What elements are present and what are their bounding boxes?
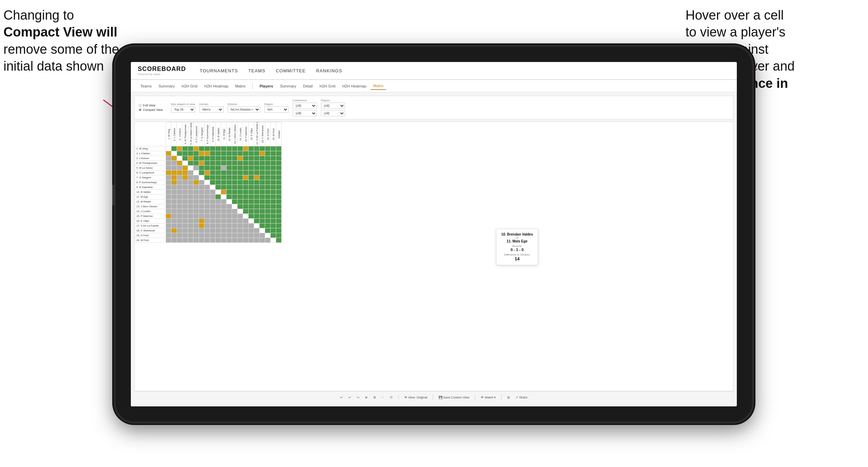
matrix-cell[interactable] xyxy=(260,146,265,151)
matrix-cell[interactable] xyxy=(166,156,171,161)
matrix-cell[interactable] xyxy=(243,151,249,156)
matrix-cell[interactable] xyxy=(271,238,276,243)
matrix-cell[interactable] xyxy=(216,156,221,161)
matrix-cell[interactable] xyxy=(188,199,194,204)
toolbar-grid[interactable]: ⊞ xyxy=(507,396,510,399)
matrix-cell[interactable] xyxy=(194,166,199,170)
matrix-cell[interactable] xyxy=(249,166,254,170)
matrix-cell[interactable] xyxy=(171,170,177,175)
toolbar-settings[interactable]: ⚙ xyxy=(373,396,376,399)
matrix-cell[interactable] xyxy=(188,175,194,180)
matrix-cell[interactable] xyxy=(276,228,282,233)
matrix-cell[interactable] xyxy=(216,228,221,233)
tab-summary-2[interactable]: Summary xyxy=(277,83,299,90)
matrix-cell[interactable] xyxy=(260,199,265,204)
matrix-cell[interactable] xyxy=(249,204,254,209)
matrix-cell[interactable] xyxy=(188,238,194,243)
matrix-cell[interactable] xyxy=(205,170,210,175)
matrix-cell[interactable] xyxy=(271,204,276,209)
matrix-cell[interactable] xyxy=(254,195,260,199)
matrix-cell[interactable] xyxy=(182,185,188,190)
matrix-cell[interactable] xyxy=(199,156,205,161)
matrix-cell[interactable] xyxy=(265,228,271,233)
matrix-cell[interactable] xyxy=(177,195,182,199)
matrix-cell[interactable] xyxy=(249,156,254,161)
matrix-cell[interactable] xyxy=(194,180,199,185)
matrix-cell[interactable] xyxy=(194,238,199,243)
matrix-cell[interactable] xyxy=(216,146,221,151)
matrix-cell[interactable] xyxy=(221,146,227,151)
matrix-cell[interactable] xyxy=(238,195,243,199)
matrix-cell[interactable] xyxy=(221,238,227,243)
matrix-cell[interactable] xyxy=(171,156,177,161)
matrix-cell[interactable] xyxy=(227,214,232,219)
matrix-cell[interactable] xyxy=(194,224,199,228)
matrix-cell[interactable] xyxy=(171,190,177,195)
matrix-cell[interactable] xyxy=(254,151,260,156)
matrix-cell[interactable] xyxy=(221,204,227,209)
matrix-cell[interactable] xyxy=(243,156,249,161)
tab-h2h-heatmap-1[interactable]: H2H Heatmap xyxy=(201,83,231,90)
matrix-cell[interactable] xyxy=(171,214,177,219)
matrix-cell[interactable] xyxy=(254,185,260,190)
matrix-cell[interactable] xyxy=(177,146,182,151)
matrix-cell[interactable] xyxy=(210,185,216,190)
matrix-cell[interactable] xyxy=(243,233,249,238)
matrix-cell[interactable] xyxy=(227,161,232,166)
matrix-cell[interactable] xyxy=(232,195,238,199)
matrix-cell[interactable] xyxy=(177,166,182,170)
matrix-cell[interactable] xyxy=(249,170,254,175)
matrix-cell[interactable] xyxy=(194,219,199,224)
matrix-cell[interactable] xyxy=(227,151,232,156)
matrix-cell[interactable] xyxy=(166,224,171,228)
matrix-cell[interactable] xyxy=(232,224,238,228)
matrix-cell[interactable] xyxy=(171,195,177,199)
matrix-cell[interactable] xyxy=(232,219,238,224)
matrix-cell[interactable] xyxy=(232,175,238,180)
matrix-cell[interactable] xyxy=(227,228,232,233)
matrix-cell[interactable] xyxy=(216,238,221,243)
matrix-cell[interactable] xyxy=(243,224,249,228)
matrix-cell[interactable] xyxy=(166,170,171,175)
matrix-cell[interactable] xyxy=(276,204,282,209)
matrix-cell[interactable] xyxy=(276,190,282,195)
matrix-cell[interactable] xyxy=(232,209,238,214)
matrix-cell[interactable] xyxy=(260,175,265,180)
matrix-cell[interactable] xyxy=(254,219,260,224)
matrix-cell[interactable] xyxy=(205,151,210,156)
matrix-cell[interactable] xyxy=(210,190,216,195)
matrix-cell[interactable] xyxy=(260,190,265,195)
matrix-cell[interactable] xyxy=(276,195,282,199)
tablet-power-button[interactable] xyxy=(112,185,115,205)
matrix-cell[interactable] xyxy=(216,214,221,219)
matrix-cell[interactable] xyxy=(188,170,194,175)
matrix-cell[interactable] xyxy=(227,204,232,209)
matrix-cell[interactable] xyxy=(227,224,232,228)
matrix-cell[interactable] xyxy=(260,180,265,185)
matrix-cell[interactable] xyxy=(177,199,182,204)
matrix-cell[interactable] xyxy=(194,233,199,238)
matrix-cell[interactable] xyxy=(166,199,171,204)
matrix-cell[interactable] xyxy=(177,238,182,243)
matrix-cell[interactable] xyxy=(210,151,216,156)
matrix-cell[interactable] xyxy=(249,195,254,199)
matrix-cell[interactable] xyxy=(260,161,265,166)
matrix-cell[interactable] xyxy=(216,224,221,228)
matrix-cell[interactable] xyxy=(171,166,177,170)
matrix-cell[interactable] xyxy=(188,204,194,209)
matrix-cell[interactable] xyxy=(227,175,232,180)
matrix-cell[interactable] xyxy=(171,180,177,185)
matrix-cell[interactable] xyxy=(221,166,227,170)
matrix-cell[interactable] xyxy=(265,190,271,195)
matrix-cell[interactable] xyxy=(166,180,171,185)
matrix-cell[interactable] xyxy=(166,204,171,209)
matrix-cell[interactable] xyxy=(227,190,232,195)
matrix-cell[interactable] xyxy=(210,224,216,228)
matrix-cell[interactable] xyxy=(194,209,199,214)
matrix-cell[interactable] xyxy=(210,214,216,219)
matrix-cell[interactable] xyxy=(216,233,221,238)
matrix-cell[interactable] xyxy=(276,166,282,170)
matrix-cell[interactable] xyxy=(243,146,249,151)
toolbar-undo2[interactable]: ↩ xyxy=(348,396,351,399)
radio-full-view[interactable]: Full View xyxy=(139,104,163,107)
